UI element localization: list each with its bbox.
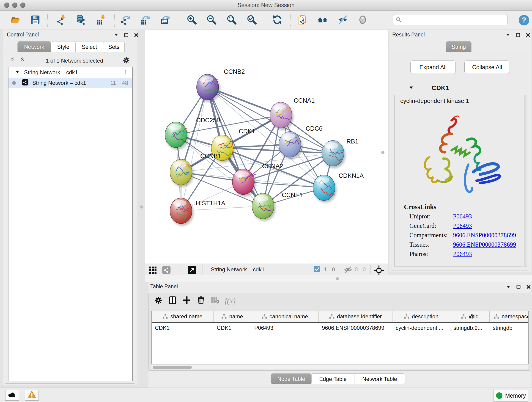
table-cell[interactable]: 9606.ENSP00000378699	[319, 325, 393, 331]
detach-view-icon[interactable]	[187, 265, 196, 275]
show-eye-icon[interactable]	[357, 14, 369, 26]
panel-collapse-icon[interactable]	[506, 284, 511, 289]
table-cell[interactable]: stringdb	[490, 325, 529, 331]
table-panel: Table Panel f(x) shared namenamecanonica…	[148, 282, 531, 388]
network-node-CCNA1[interactable]	[270, 102, 293, 130]
tab-node-table[interactable]: Node Table	[271, 373, 312, 384]
zoom-selected-icon[interactable]	[247, 14, 259, 26]
column-header-canonicalname[interactable]: canonical name	[251, 311, 319, 322]
hide-network-icon[interactable]	[337, 14, 349, 26]
delete-column-icon[interactable]	[196, 296, 206, 306]
import-database-icon[interactable]	[75, 14, 87, 26]
column-header-sharedname[interactable]: shared name	[152, 311, 214, 322]
column-header-namespace[interactable]: namespace	[490, 311, 529, 322]
network-node-CCNB1[interactable]	[170, 159, 194, 187]
network-node-CCNA2[interactable]	[232, 169, 256, 197]
window-title: Session: New Session	[0, 0, 532, 10]
selected-checkbox-icon[interactable]	[313, 265, 321, 274]
panel-close-icon[interactable]	[526, 32, 531, 38]
zoom-in-icon[interactable]	[186, 14, 198, 26]
crosslink-link[interactable]: P06493	[453, 222, 472, 230]
tab-style[interactable]: Style	[51, 41, 76, 52]
search-box[interactable]	[393, 14, 508, 25]
column-header-id[interactable]: @id	[450, 311, 490, 322]
panel-collapse-icon[interactable]	[114, 32, 119, 38]
network-overview-icon[interactable]	[162, 265, 171, 275]
column-header-databaseidentifier[interactable]: database identifier	[319, 311, 393, 322]
gene-section-header[interactable]: CDK1	[392, 82, 528, 94]
table-cell[interactable]: stringdb:9...	[450, 325, 490, 331]
tab-sets[interactable]: Sets	[103, 41, 125, 52]
table-cell[interactable]: CDK1	[214, 325, 251, 331]
toolbar-separator	[179, 14, 179, 27]
network-row-selected[interactable]: String Network – cdk1 11 48	[8, 78, 132, 88]
table-panel-splitter[interactable]	[145, 275, 532, 282]
network-node-HIST1H1A[interactable]	[170, 198, 194, 226]
panel-close-icon[interactable]	[134, 32, 139, 38]
crosslink-link[interactable]: 9606.ENSP00000378699	[453, 232, 516, 239]
table-cell[interactable]: cyclin-dependent ...	[393, 325, 450, 331]
import-table-icon[interactable]	[96, 14, 108, 26]
zoom-out-icon[interactable]	[206, 14, 218, 26]
splitter-handle[interactable]	[336, 277, 339, 280]
network-canvas[interactable]: CCNB2CCNA1CDC25BCDK1CDC6RB1CCNB1CCNA2CDK…	[145, 30, 388, 264]
copy-network-icon[interactable]	[297, 14, 309, 26]
zoom-fit-icon[interactable]	[226, 14, 238, 26]
network-node-RB1[interactable]	[322, 140, 346, 168]
grid-view-icon[interactable]	[148, 265, 158, 275]
section-collapse-icon[interactable]	[409, 85, 414, 91]
results-scrollbar[interactable]	[524, 95, 527, 267]
add-column-icon[interactable]	[182, 296, 191, 306]
crosslink-link[interactable]: 9606.ENSP00000378699	[453, 241, 516, 248]
tab-network[interactable]: Network	[17, 41, 51, 52]
save-session-icon[interactable]	[30, 14, 42, 26]
right-splitter-handle[interactable]	[381, 151, 385, 154]
import-network-icon[interactable]	[56, 14, 68, 26]
panel-collapse-icon[interactable]	[505, 32, 510, 38]
table-hscrollbar[interactable]	[152, 365, 528, 370]
hscrollbar-thumb[interactable]	[153, 366, 192, 369]
panel-float-icon[interactable]	[516, 284, 521, 289]
show-columns-icon[interactable]	[168, 296, 177, 306]
help-button[interactable]: ?	[518, 14, 530, 26]
left-splitter-handle[interactable]	[140, 205, 143, 209]
crosslink-link[interactable]: P06493	[453, 250, 472, 258]
collapse-all-networks-icon[interactable]	[10, 57, 17, 65]
table-cell[interactable]: CDK1	[152, 325, 214, 331]
warnings-button[interactable]	[25, 390, 39, 401]
cloud-button[interactable]	[5, 390, 19, 401]
node-table[interactable]: shared namenamecanonical namedatabase id…	[152, 311, 529, 364]
collapse-all-button[interactable]: Collapse All	[464, 61, 510, 74]
panel-close-icon[interactable]	[526, 284, 531, 289]
crosslink-link[interactable]: P06493	[453, 213, 472, 220]
fit-selected-crosshair-icon[interactable]	[374, 265, 384, 276]
tab-string[interactable]: String	[446, 41, 472, 52]
column-header-description[interactable]: description	[393, 311, 450, 322]
refresh-icon[interactable]	[272, 14, 284, 26]
panel-float-icon[interactable]	[515, 32, 520, 38]
expand-all-button[interactable]: Expand All	[410, 61, 456, 74]
home-icon[interactable]	[317, 14, 329, 26]
tree-expand-icon[interactable]	[15, 69, 20, 76]
network-node-CDC25B[interactable]	[165, 122, 189, 150]
panel-float-icon[interactable]	[124, 32, 129, 38]
node-label-RB1: RB1	[346, 138, 359, 145]
network-node-CDKN1A[interactable]	[313, 175, 336, 203]
tab-edge-table[interactable]: Edge Table	[312, 373, 354, 384]
expand-all-networks-icon[interactable]	[20, 57, 27, 65]
network-collection-row[interactable]: String Network – cdk1 1	[8, 67, 132, 78]
open-session-icon[interactable]	[10, 14, 22, 26]
network-options-gear-icon[interactable]	[122, 56, 130, 65]
search-input[interactable]	[402, 15, 507, 24]
network-node-CCNE1[interactable]	[252, 193, 276, 221]
table-options-gear-icon[interactable]	[154, 296, 163, 306]
table-cell[interactable]: P06493	[251, 325, 319, 331]
column-header-name[interactable]: name	[214, 311, 251, 322]
tab-network-table[interactable]: Network Table	[354, 373, 405, 384]
memory-button[interactable]: Memory	[494, 390, 528, 402]
export-network-icon[interactable]	[120, 14, 132, 26]
export-table-icon[interactable]	[140, 14, 152, 26]
tab-select[interactable]: Select	[76, 41, 103, 52]
hidden-items-icon[interactable]	[344, 265, 352, 275]
export-image-icon[interactable]	[160, 14, 172, 26]
